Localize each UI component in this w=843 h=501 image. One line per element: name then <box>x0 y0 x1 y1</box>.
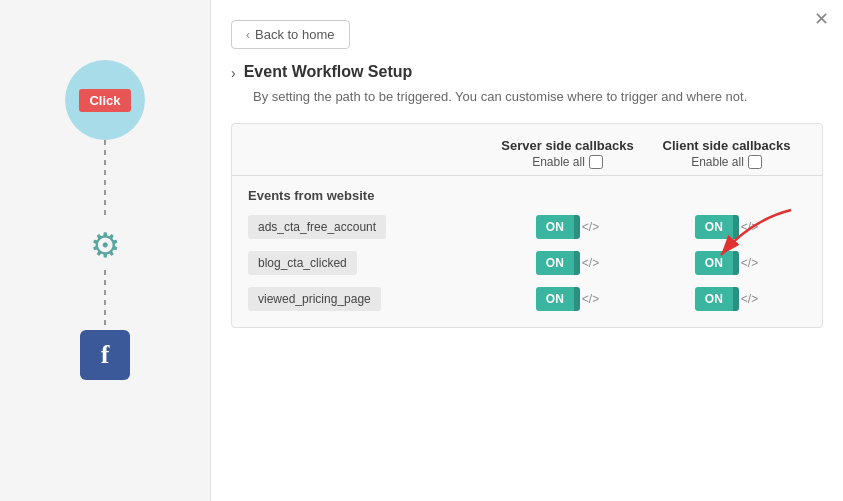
server-callbacks-col: Server side callbacks Enable all <box>488 138 647 169</box>
back-button-label: Back to home <box>255 27 335 42</box>
server-on-button-pricing[interactable]: ON <box>536 287 574 311</box>
server-on-btn-wrapper-ads: ON <box>536 215 574 239</box>
table-header: Server side callbacks Enable all Client … <box>232 124 822 176</box>
client-code-icon-blog[interactable]: </> <box>741 256 758 270</box>
client-on-btn-wrapper-blog: ON <box>695 251 733 275</box>
server-controls-ads: ON </> <box>488 215 647 239</box>
section-title: Event Workflow Setup <box>244 63 413 81</box>
server-on-btn-wrapper-pricing: ON <box>536 287 574 311</box>
server-on-btn-wrapper-blog: ON <box>536 251 574 275</box>
server-on-button-ads[interactable]: ON <box>536 215 574 239</box>
server-controls-pricing: ON </> <box>488 287 647 311</box>
callbacks-table: Server side callbacks Enable all Client … <box>231 123 823 328</box>
client-controls-ads: ON </> <box>647 215 806 239</box>
gear-node: ⚙ <box>80 220 130 270</box>
server-enable-all-checkbox[interactable] <box>589 155 603 169</box>
server-enable-all-label: Enable all <box>532 155 585 169</box>
facebook-node: f <box>80 330 130 380</box>
server-code-icon-blog[interactable]: </> <box>582 256 599 270</box>
client-on-button-blog[interactable]: ON <box>695 251 733 275</box>
client-enable-all-row: Enable all <box>647 155 806 169</box>
server-code-icon-ads[interactable]: </> <box>582 220 599 234</box>
section-expand-icon: › <box>231 65 236 81</box>
click-node: Click <box>65 60 145 140</box>
event-name-pricing: viewed_pricing_page <box>248 287 381 311</box>
client-enable-all-label: Enable all <box>691 155 744 169</box>
event-name-ads: ads_cta_free_account <box>248 215 386 239</box>
client-enable-all-checkbox[interactable] <box>748 155 762 169</box>
facebook-icon: f <box>101 340 110 370</box>
events-section-label: Events from website <box>232 176 822 209</box>
event-name-col <box>248 138 488 169</box>
connector-line-2 <box>104 270 106 330</box>
server-controls-blog: ON </> <box>488 251 647 275</box>
client-callbacks-col: Client side callbacks Enable all <box>647 138 806 169</box>
server-on-button-blog[interactable]: ON <box>536 251 574 275</box>
client-code-icon-pricing[interactable]: </> <box>741 292 758 306</box>
client-on-btn-wrapper-ads: ON <box>695 215 733 239</box>
server-callbacks-label: Server side callbacks <box>488 138 647 153</box>
close-button[interactable]: ✕ <box>814 8 829 30</box>
back-to-home-button[interactable]: ‹ Back to home <box>231 20 350 49</box>
table-row: viewed_pricing_page ON </> ON </> <box>232 281 822 317</box>
client-controls-blog: ON </> <box>647 251 806 275</box>
section-header: › Event Workflow Setup <box>231 63 823 81</box>
client-controls-pricing: ON </> <box>647 287 806 311</box>
sidebar: Click ⚙ f <box>0 0 210 501</box>
client-on-button-ads[interactable]: ON <box>695 215 733 239</box>
section-description: By setting the path to be triggered. You… <box>253 87 823 107</box>
client-on-button-pricing[interactable]: ON <box>695 287 733 311</box>
client-on-btn-wrapper-pricing: ON <box>695 287 733 311</box>
server-code-icon-pricing[interactable]: </> <box>582 292 599 306</box>
server-enable-all-row: Enable all <box>488 155 647 169</box>
client-callbacks-label: Client side callbacks <box>647 138 806 153</box>
gear-icon: ⚙ <box>90 225 120 265</box>
connector-line-1 <box>104 140 106 220</box>
table-row: blog_cta_clicked ON </> ON </> <box>232 245 822 281</box>
click-label: Click <box>79 89 130 112</box>
event-name-blog: blog_cta_clicked <box>248 251 357 275</box>
table-row: ads_cta_free_account ON </> ON </> <box>232 209 822 245</box>
back-chevron-icon: ‹ <box>246 28 250 42</box>
main-content: ✕ ‹ Back to home › Event Workflow Setup … <box>210 0 843 501</box>
client-code-icon-ads[interactable]: </> <box>741 220 758 234</box>
